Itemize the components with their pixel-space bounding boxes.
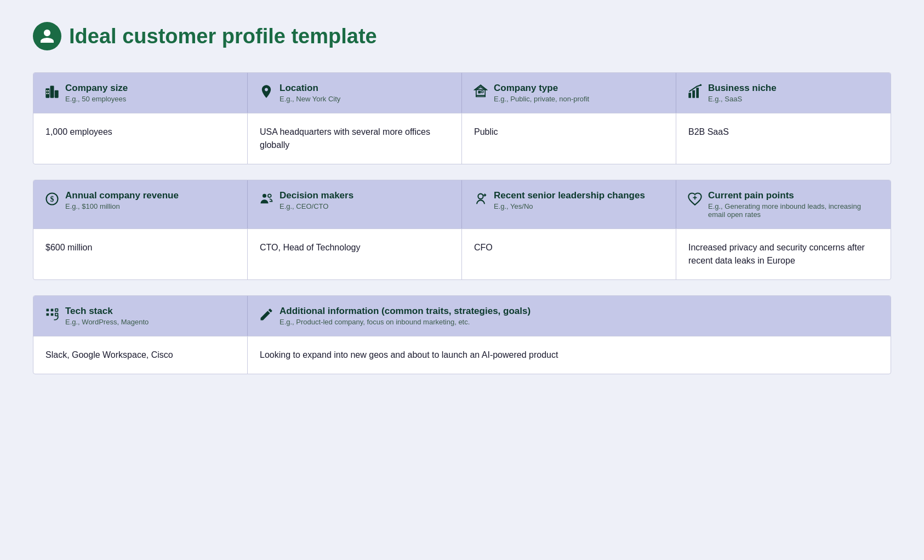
svg-rect-4 [47,93,48,94]
data-tech-stack: Slack, Google Workspace, Cisco [33,336,248,374]
svg-rect-0 [45,88,49,98]
header-leadership-subtitle: E.g., Yes/No [494,202,645,210]
header-company-type: Company type E.g., Public, private, non-… [462,73,676,113]
svg-rect-19 [47,309,49,312]
header-pain-points: Current pain points E.g., Generating mor… [676,180,891,228]
header-company-size: Company size E.g., 50 employees [33,73,248,113]
svg-rect-24 [55,313,58,316]
svg-rect-7 [478,91,481,94]
table-1: Company size E.g., 50 employees Location… [33,72,891,164]
header-revenue-subtitle: E.g., $100 million [65,202,179,210]
svg-point-17 [268,194,271,197]
header-business-niche-subtitle: E.g., SaaS [708,95,777,103]
svg-rect-1 [50,86,54,98]
header-revenue-title: Annual company revenue [65,190,179,201]
svg-rect-8 [481,91,483,93]
header-revenue: $ Annual company revenue E.g., $100 mill… [33,180,248,228]
svg-rect-21 [47,313,49,316]
svg-rect-3 [47,90,48,92]
header-leadership: Recent senior leadership changes E.g., Y… [462,180,676,228]
header-additional-info-subtitle: E.g., Product-led company, focus on inbo… [280,318,531,326]
header-decision-makers-title: Decision makers [280,190,353,201]
svg-marker-9 [475,85,487,89]
svg-rect-11 [692,90,695,98]
section-2: $ Annual company revenue E.g., $100 mill… [33,180,891,280]
svg-rect-20 [51,309,54,312]
data-company-size: 1,000 employees [33,113,248,164]
svg-point-18 [478,194,483,199]
header-business-niche-title: Business niche [708,83,777,94]
header-additional-info-title: Additional information (common traits, s… [280,306,531,317]
header-tech-stack-title: Tech stack [65,306,149,317]
data-business-niche: B2B SaaS [676,113,891,164]
header-company-type-subtitle: E.g., Public, private, non-profit [494,95,589,103]
header-company-size-subtitle: E.g., 50 employees [65,95,128,103]
table-2: $ Annual company revenue E.g., $100 mill… [33,180,891,280]
data-company-type: Public [462,113,676,164]
svg-text:$: $ [50,195,54,203]
svg-point-13 [700,84,702,87]
page-icon [33,22,61,50]
page-title: Ideal customer profile template [69,25,377,48]
svg-rect-23 [55,309,58,312]
header-row-1: Company size E.g., 50 employees Location… [33,73,891,113]
header-pain-points-subtitle: E.g., Generating more inbound leads, inc… [708,202,880,219]
data-row-2: $600 million CTO, Head of Technology CFO… [33,228,891,279]
table-3: Tech stack E.g., WordPress, Magento Addi… [33,295,891,374]
header-business-niche: Business niche E.g., SaaS [676,73,891,113]
svg-point-16 [263,194,266,198]
header-decision-makers-subtitle: E.g., CEO/CTO [280,202,353,210]
section-3: Tech stack E.g., WordPress, Magento Addi… [33,295,891,374]
header-location: Location E.g., New York City [248,73,462,113]
section-1: Company size E.g., 50 employees Location… [33,72,891,164]
header-pain-points-title: Current pain points [708,190,880,201]
data-leadership: CFO [462,229,676,279]
header-company-size-title: Company size [65,83,128,94]
svg-rect-10 [688,93,691,98]
data-location: USA headquarters with several more offic… [248,113,462,164]
header-leadership-title: Recent senior leadership changes [494,190,645,201]
data-pain-points: Increased privacy and security concerns … [676,229,891,279]
svg-rect-12 [696,88,699,98]
header-location-title: Location [280,83,340,94]
page-header: Ideal customer profile template [33,22,891,50]
data-row-1: 1,000 employees USA headquarters with se… [33,113,891,164]
header-decision-makers: Decision makers E.g., CEO/CTO [248,180,462,228]
header-row-2: $ Annual company revenue E.g., $100 mill… [33,180,891,228]
svg-rect-6 [48,93,49,94]
svg-rect-5 [48,90,49,92]
svg-rect-2 [55,90,59,98]
data-row-3: Slack, Google Workspace, Cisco Looking t… [33,336,891,374]
data-revenue: $600 million [33,229,248,279]
data-decision-makers: CTO, Head of Technology [248,229,462,279]
header-location-subtitle: E.g., New York City [280,95,340,103]
header-tech-stack: Tech stack E.g., WordPress, Magento [33,296,248,336]
header-tech-stack-subtitle: E.g., WordPress, Magento [65,318,149,326]
data-additional-info: Looking to expand into new geos and abou… [248,336,891,374]
header-additional-info: Additional information (common traits, s… [248,296,891,336]
svg-rect-22 [51,313,54,316]
header-row-3: Tech stack E.g., WordPress, Magento Addi… [33,296,891,336]
header-company-type-title: Company type [494,83,589,94]
